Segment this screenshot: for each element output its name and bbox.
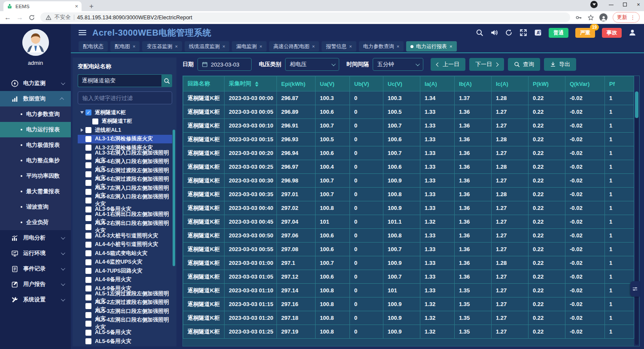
column-header[interactable]: Uc(V) (383, 76, 420, 91)
tree-filter-input[interactable] (78, 91, 172, 104)
back-button[interactable]: ← (4, 14, 11, 21)
reload-button[interactable] (28, 14, 35, 21)
checkbox[interactable]: ✓ (85, 171, 91, 177)
sidebar-item[interactable]: 谐波查询 (0, 199, 71, 215)
query-button[interactable]: 查询 (508, 58, 540, 71)
checkbox[interactable]: ✓ (85, 206, 91, 212)
tree-node[interactable]: ✓ AL4-8备用火灾 (78, 276, 172, 284)
checkbox[interactable]: ✓ (85, 277, 91, 283)
column-header[interactable]: P(kW) (529, 76, 565, 91)
column-header[interactable]: Ic(A) (492, 76, 529, 91)
tree-node[interactable]: ✓ AL4-6监控UPS火灾 (78, 258, 172, 267)
checkbox[interactable]: ✓ (85, 285, 91, 291)
sidebar-item[interactable]: 事件记录 (0, 261, 71, 276)
table-row[interactable]: 逐桐隧道K柜 2023-03-03 01:25 297.19 100.8 0 1… (183, 325, 634, 339)
column-header[interactable]: Ua(V) (316, 76, 350, 91)
table-row[interactable]: 逐桐隧道K柜 2023-03-03 01:00 297.1 100.7 0 10… (183, 256, 634, 270)
page-tab[interactable]: 线缆温度监测 × (185, 41, 229, 52)
sidebar-item[interactable]: 电力运行报表 (0, 122, 71, 137)
column-header[interactable]: Ub(V) (350, 76, 383, 91)
sidebar-item[interactable]: 运行环境 (0, 246, 71, 261)
checkbox[interactable]: ✓ (85, 250, 91, 256)
checkbox[interactable]: ✓ (85, 197, 91, 203)
tree-node[interactable]: ✓ AL3-8左洞入口段右侧加强照明火灾 (78, 196, 172, 205)
checkbox[interactable]: ✓ (85, 268, 91, 274)
tab-close-icon[interactable]: × (450, 44, 452, 49)
table-settings-handle[interactable] (630, 281, 640, 297)
alarm-badge-accident[interactable]: 事故 (602, 28, 622, 38)
tree-node[interactable]: ✓ AL5-7备用火灾 (78, 346, 172, 347)
checkbox[interactable]: ✓ (85, 312, 91, 318)
table-row[interactable]: 逐桐隧道K柜 2023-03-03 01:05 297.12 100.6 0 1… (183, 270, 634, 284)
tab-close-icon[interactable]: × (312, 44, 315, 49)
search-icon[interactable] (476, 29, 483, 36)
page-tab[interactable]: 变压器监测 × (142, 41, 182, 52)
tab-close-icon[interactable]: × (222, 44, 225, 49)
sidebar-item[interactable]: 电力监测 (0, 76, 71, 91)
tab-close-icon[interactable]: × (349, 44, 352, 49)
checkbox[interactable]: ✓ (85, 303, 91, 309)
table-row[interactable]: 逐桐隧道K柜 2023-03-03 00:50 297.06 100.6 0 1… (183, 229, 634, 243)
tab-close-icon[interactable]: × (75, 3, 78, 9)
table-row[interactable]: 逐桐隧道K柜 2023-03-03 01:20 297.18 100.8 0 1… (183, 311, 634, 325)
sort-icon[interactable] (255, 82, 258, 87)
browser-avatar-icon[interactable] (599, 13, 608, 21)
column-header[interactable]: 采集时间 (225, 76, 277, 91)
tab-close-icon[interactable]: × (397, 44, 399, 49)
table-row[interactable]: 逐桐隧道K柜 2023-03-03 00:15 296.93 100.5 0 1… (183, 133, 634, 146)
export-button[interactable]: 导出 (544, 58, 576, 71)
checkbox[interactable]: ✓ (85, 189, 91, 195)
table-row[interactable]: 逐桐隧道K柜 2023-03-03 00:35 297.01 100.7 0 1… (183, 188, 634, 201)
close-button[interactable]: × (635, 1, 641, 8)
tree-node[interactable]: ✓ AL5-4左洞出口段右侧加强照明火灾 (78, 319, 172, 328)
alarm-badge-normal[interactable]: 普通 (549, 28, 568, 38)
table-row[interactable]: 逐桐隧道K柜 2023-03-03 00:30 296.98 100.7 0 1… (183, 174, 634, 188)
speaker-icon[interactable] (490, 29, 498, 36)
column-header[interactable]: Q(kVar) (565, 76, 605, 91)
bookmark-star-icon[interactable] (587, 14, 594, 21)
sidebar-item[interactable]: 用户报告 (0, 276, 71, 292)
tree-node[interactable]: ✓ 逐桐隧道T柜 (78, 117, 172, 126)
table-row[interactable]: 逐桐隧道K柜 2023-03-03 01:15 297.16 100.8 0 1… (183, 297, 634, 311)
forward-button[interactable]: → (16, 14, 23, 21)
alarm-badge-severe[interactable]: 严重19 (575, 28, 595, 38)
tree-node[interactable]: ✓ 进线柜AL1 (78, 126, 172, 134)
tree-node[interactable]: ✓ AL4-2右洞出口段右侧加强照明火灾 (78, 223, 172, 231)
sidebar-item[interactable]: 电力极值报表 (0, 137, 71, 153)
voltage-type-select[interactable]: 相电压 (285, 58, 339, 71)
page-tab[interactable]: 高速公路配电图 × (269, 41, 319, 52)
checkbox[interactable]: ✓ (85, 242, 91, 248)
tree-node[interactable]: ✓ AL4-3大桩号引道照明火灾 (78, 231, 172, 240)
checkbox[interactable]: ✓ (85, 233, 91, 239)
page-tab[interactable]: 报警信息 × (322, 41, 356, 52)
checkbox[interactable]: ✓ (85, 224, 91, 230)
column-header[interactable]: Ia(A) (420, 76, 455, 91)
page-tab[interactable]: 漏电监测 × (232, 41, 266, 52)
tree-node[interactable]: ✓ AL4-5箱式变电站火灾 (78, 249, 172, 258)
table-row[interactable]: 逐桐隧道K柜 2023-03-03 01:10 297.14 100.8 0 1… (183, 284, 634, 297)
expander-icon[interactable] (79, 128, 85, 132)
table-row[interactable]: 逐桐隧道K柜 2023-03-03 00:00 296.87 100.3 0 1… (183, 91, 634, 105)
column-header[interactable]: Pf (605, 76, 634, 91)
tab-close-icon[interactable]: × (259, 44, 262, 49)
user-icon[interactable] (629, 29, 636, 36)
station-search-input[interactable] (78, 74, 161, 87)
table-row[interactable]: 逐桐隧道K柜 2023-03-03 00:45 297.04 101 0 101… (183, 215, 634, 229)
page-tab[interactable]: 配电状态 × (79, 41, 108, 52)
password-key-icon[interactable] (575, 14, 582, 21)
sidebar-item[interactable]: 平均功率因数 (0, 168, 71, 184)
table-row[interactable]: 逐桐隧道K柜 2023-03-03 00:20 296.94 100.6 0 1… (183, 146, 634, 160)
checkbox[interactable]: ✓ (85, 145, 91, 151)
table-scrollbar-thumb[interactable] (635, 91, 638, 118)
tab-close-icon[interactable]: × (133, 44, 135, 49)
table-row[interactable]: 逐桐隧道K柜 2023-03-03 00:55 297.08 100.6 0 1… (183, 243, 634, 256)
date-picker[interactable]: 2023-03-03 (197, 58, 252, 71)
prev-day-button[interactable]: 上一日 (431, 58, 465, 71)
tree-node[interactable]: ✓ AL5-6备用火灾 (78, 337, 172, 346)
tab-close-icon[interactable]: × (175, 44, 177, 49)
sidebar-item[interactable]: 企业负荷 (0, 215, 71, 230)
sidebar-item[interactable]: 最大需量报表 (0, 184, 71, 199)
page-tab[interactable]: 电力运行报表 × (406, 41, 456, 52)
page-tab[interactable]: 配电图 × (110, 41, 140, 52)
checkbox[interactable]: ✓ (85, 127, 91, 133)
